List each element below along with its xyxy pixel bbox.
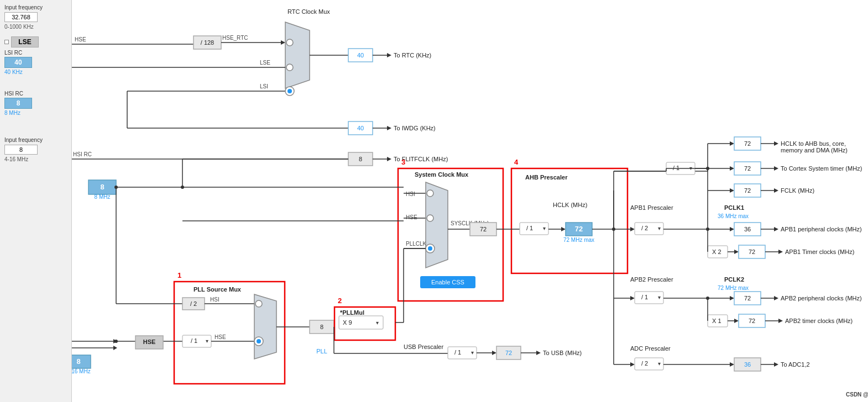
apb2-div-label: / 1 — [641, 294, 648, 300]
top-input-value[interactable] — [4, 12, 38, 22]
top-input-label: Input frequency — [4, 4, 67, 10]
svg-marker-119 — [774, 227, 778, 231]
main-container: Input frequency 0-1000 KHz LSE LSI RC 40… — [0, 0, 868, 402]
svg-point-12 — [287, 89, 292, 93]
apb2-div-arrow[interactable]: ▾ — [658, 294, 661, 300]
enable-css-btn[interactable]: Enable CSS — [431, 279, 464, 285]
hse-div1-arrow[interactable]: ▾ — [206, 338, 208, 344]
pclk2-label: PCLK2 — [724, 276, 744, 283]
svg-marker-111 — [630, 227, 635, 231]
svg-marker-134 — [730, 296, 734, 300]
svg-marker-129 — [630, 296, 635, 300]
sysclk-value: 72 — [480, 226, 487, 232]
svg-marker-65 — [113, 346, 117, 350]
pll-source-mux-label: PLL Source Mux — [194, 286, 242, 293]
svg-marker-25 — [387, 157, 391, 161]
hsi-rc-label: HSI RC — [4, 91, 67, 97]
bottom-input-range: 4-16 MHz — [4, 156, 67, 162]
hse-box: HSE — [143, 338, 156, 345]
pclk2-max: 72 MHz max — [718, 285, 749, 291]
apb2-peri-value: 72 — [744, 295, 751, 302]
svg-marker-93 — [730, 141, 734, 146]
apb1-timer-value: 72 — [749, 248, 755, 255]
hclk-ahb-label2: memory and DMA (MHz) — [781, 147, 848, 154]
svg-marker-147 — [630, 362, 635, 367]
svg-point-9 — [286, 39, 293, 46]
hse-sys-label: HSE — [406, 214, 417, 220]
apb1-timer-x2: X 2 — [712, 248, 721, 255]
hsi-pll-label: HSI — [210, 297, 219, 303]
svg-marker-5 — [285, 22, 310, 88]
pclk1-max: 36 MHz max — [718, 213, 749, 219]
svg-point-59 — [257, 339, 261, 343]
svg-marker-4 — [281, 40, 285, 45]
usb-prescaler-label: USB Prescaler — [404, 343, 443, 350]
num2-label: 2 — [338, 297, 342, 305]
clock-diagram: RTC Clock Mux HSE / 128 HSE_RTC LSE LSI — [72, 0, 868, 402]
hclk-mhz-label: HCLK (MHz) — [553, 202, 587, 208]
adc-label: To ADC1,2 — [781, 361, 810, 368]
hsi-rc-unit: 8 MHz — [95, 194, 111, 200]
svg-marker-96 — [774, 141, 778, 146]
hse-div1-label: / 1 — [191, 337, 197, 344]
svg-marker-137 — [774, 296, 778, 300]
system-clock-mux-label: System Clock Mux — [415, 171, 469, 178]
adc-div-arrow[interactable]: ▾ — [658, 361, 661, 367]
lse-in-label: LSE — [260, 60, 270, 66]
num3-label: 3 — [401, 158, 405, 166]
svg-marker-153 — [774, 362, 778, 367]
svg-point-57 — [255, 300, 262, 307]
top-input-range: 0-1000 KHz — [4, 24, 67, 30]
lsi-section: LSE LSI RC 40 40 KHz — [4, 36, 67, 75]
svg-marker-106 — [730, 188, 734, 193]
hsi-flit-label: HSI RC — [73, 151, 92, 157]
to-rtc-value: 40 — [357, 52, 364, 59]
svg-point-39 — [427, 215, 433, 221]
apb2-prescaler-label: APB2 Prescaler — [630, 276, 673, 283]
adc-prescaler-label: ADC Prescaler — [630, 345, 671, 352]
ahb-prescaler-label: AHB Prescaler — [525, 174, 568, 181]
pllmul-arrow[interactable]: ▾ — [376, 320, 379, 326]
fclk-value: 72 — [744, 187, 751, 194]
hclk-value: 72 — [575, 225, 583, 233]
usb-value: 72 — [505, 350, 512, 356]
pll-out-value: 8 — [320, 324, 323, 330]
svg-marker-21 — [387, 126, 391, 130]
svg-marker-81 — [536, 351, 541, 355]
ahb-div-arrow[interactable]: ▾ — [543, 225, 546, 231]
hclk-ahb-label: HCLK to AHB bus, core, — [781, 140, 846, 147]
to-flit-value: 8 — [359, 156, 362, 162]
fclk-label: FCLK (MHz) — [781, 187, 814, 194]
pll-label: PLL — [316, 348, 327, 355]
apb2-peri-label: APB2 peripheral clocks (MHz) — [781, 295, 862, 302]
apb1-div-arrow[interactable]: ▾ — [658, 225, 661, 231]
svg-point-38 — [427, 190, 433, 197]
hse-pll-label: HSE — [215, 334, 226, 340]
rtc-clock-mux-label: RTC Clock Mux — [287, 8, 330, 15]
cortex-div-label: / 1 — [673, 165, 679, 171]
apb2-timer-value: 72 — [749, 318, 755, 324]
svg-marker-150 — [730, 362, 734, 367]
svg-point-60 — [114, 186, 118, 189]
bottom-input-value[interactable] — [4, 145, 38, 155]
svg-marker-116 — [730, 227, 734, 231]
usb-div-arrow[interactable]: ▾ — [471, 350, 474, 356]
lsi-unit: 40 KHz — [4, 69, 67, 75]
svg-marker-100 — [730, 166, 734, 171]
apb2-timer-x1: X 1 — [712, 318, 721, 324]
svg-marker-16 — [387, 53, 391, 57]
hsi-sys-label: HSI — [406, 191, 415, 197]
cortex-timer-value: 72 — [744, 165, 751, 172]
hse-rtc-top-label: HSE — [75, 36, 86, 43]
pllmul-label: *PLLMul — [340, 309, 364, 316]
left-panel: Input frequency 0-1000 KHz LSE LSI RC 40… — [0, 0, 72, 402]
apb2-timer-label: APB2 timer clocks (MHz) — [785, 318, 853, 324]
to-iwdg-value: 40 — [357, 125, 364, 131]
hsi-section: HSI RC 8 8 MHz — [4, 91, 67, 116]
hse-input-value: 8 — [76, 357, 80, 366]
svg-marker-143 — [778, 319, 783, 323]
adc-div-label: / 2 — [641, 360, 648, 367]
hclk-ahb-value: 72 — [744, 140, 751, 147]
to-iwdg-label: To IWDG (KHz) — [394, 125, 436, 131]
svg-marker-103 — [774, 166, 778, 171]
